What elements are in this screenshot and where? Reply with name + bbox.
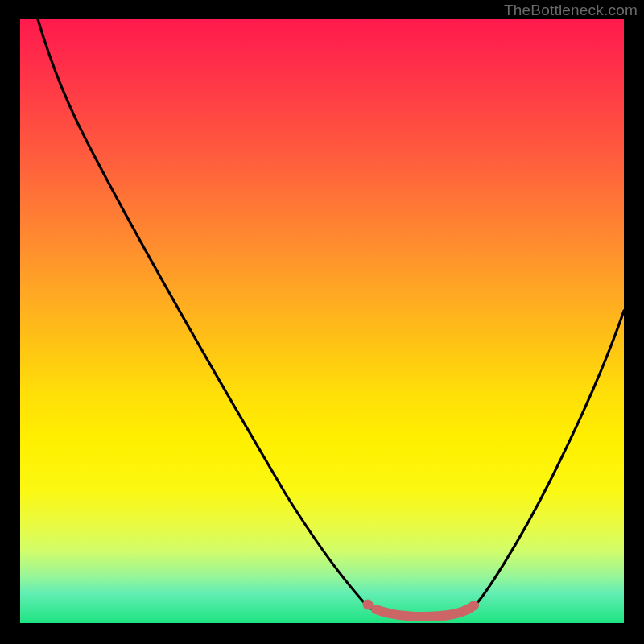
right-curve — [473, 311, 624, 608]
chart-svg — [20, 19, 624, 623]
valley-segment-marker — [376, 605, 474, 617]
watermark-text: TheBottleneck.com — [504, 2, 638, 19]
left-curve — [38, 19, 368, 607]
chart-frame: TheBottleneck.com — [0, 0, 644, 644]
valley-start-marker — [363, 600, 374, 610]
plot-area — [20, 19, 624, 623]
